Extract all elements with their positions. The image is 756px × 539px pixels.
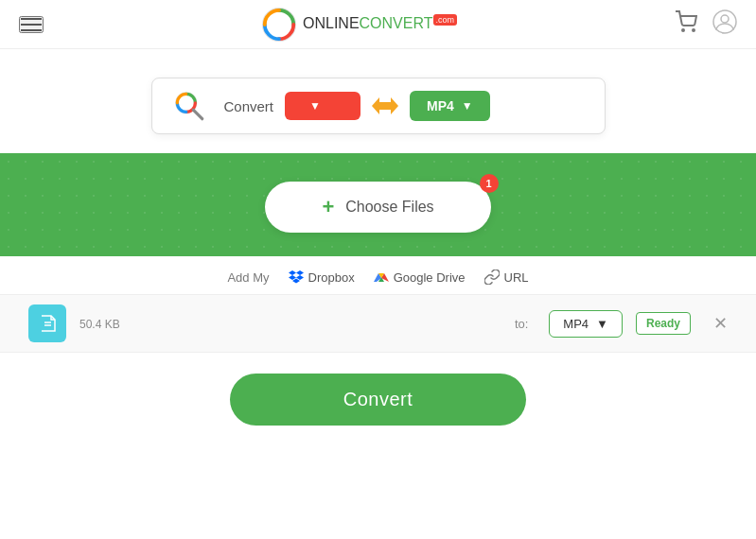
file-format-value: MP4 — [563, 317, 589, 331]
arrows-icon — [372, 97, 398, 114]
add-from-section: Add My Dropbox Google Drive URL — [0, 256, 756, 294]
file-thumbnail — [28, 304, 66, 342]
dropbox-label: Dropbox — [308, 270, 355, 285]
to-format-value: MP4 — [427, 98, 454, 113]
convert-button[interactable]: Convert — [230, 374, 527, 426]
logo-icon — [261, 7, 297, 43]
file-format-arrow: ▼ — [596, 317, 608, 331]
google-drive-button[interactable]: Google Drive — [374, 270, 466, 285]
svg-point-1 — [682, 29, 684, 31]
plus-icon: + — [322, 195, 334, 219]
to-format-arrow: ▼ — [462, 99, 473, 113]
cart-button[interactable] — [675, 10, 697, 38]
from-format-dropdown[interactable]: ▼ — [285, 92, 360, 120]
header-icons — [675, 9, 737, 39]
remove-file-button[interactable]: ✕ — [713, 313, 728, 334]
logo-com: .com — [433, 14, 458, 26]
file-info: 50.4 KB — [79, 315, 501, 332]
logo-online: ONLINE — [303, 16, 360, 32]
url-icon — [484, 270, 500, 285]
svg-line-6 — [193, 110, 202, 119]
choose-files-label: Choose Files — [345, 199, 433, 216]
dropbox-button[interactable]: Dropbox — [289, 270, 355, 285]
file-row: 50.4 KB to: MP4 ▼ Ready ✕ — [0, 294, 756, 353]
file-to-label: to: — [515, 317, 528, 331]
file-count-badge: 1 — [480, 174, 499, 193]
logo-convert: CONVERT — [360, 16, 433, 32]
url-button[interactable]: URL — [484, 270, 529, 285]
add-my-label: Add My — [227, 270, 269, 285]
search-bar-container: Convert ▼ MP4 ▼ — [0, 49, 756, 153]
file-size: 50.4 KB — [79, 318, 120, 331]
url-label: URL — [504, 270, 529, 285]
dropbox-icon — [289, 270, 304, 285]
choose-files-button[interactable]: + Choose Files 1 — [265, 182, 490, 233]
menu-button[interactable] — [19, 16, 44, 33]
convert-section: Convert — [0, 353, 756, 443]
file-type-icon — [38, 314, 57, 333]
header: ONLINECONVERT.com — [0, 0, 756, 49]
user-button[interactable] — [712, 9, 737, 39]
logo: ONLINECONVERT.com — [261, 7, 457, 43]
svg-marker-7 — [372, 97, 398, 114]
logo-text: ONLINECONVERT.com — [303, 15, 457, 32]
upload-section: + Choose Files 1 — [0, 153, 756, 256]
gdrive-label: Google Drive — [394, 270, 466, 285]
search-icon — [171, 88, 207, 124]
ready-status-badge: Ready — [636, 312, 691, 335]
convert-label: Convert — [224, 98, 274, 114]
search-bar: Convert ▼ MP4 ▼ — [151, 78, 606, 134]
svg-point-2 — [693, 29, 694, 31]
from-format-arrow: ▼ — [309, 99, 321, 113]
svg-point-4 — [721, 15, 729, 23]
gdrive-icon — [374, 270, 389, 285]
to-format-dropdown[interactable]: MP4 ▼ — [410, 91, 490, 121]
file-format-dropdown[interactable]: MP4 ▼ — [549, 310, 623, 338]
